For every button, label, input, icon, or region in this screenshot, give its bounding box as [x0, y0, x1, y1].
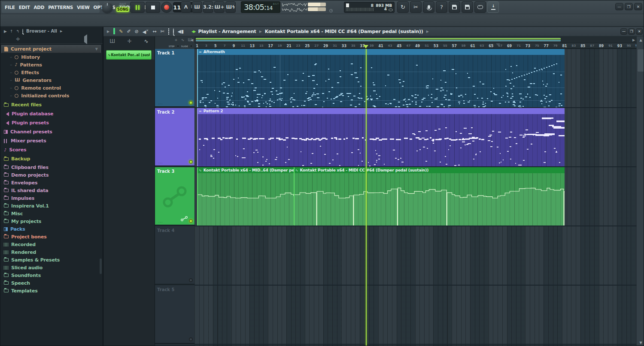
browser-search-icon[interactable] [22, 29, 23, 33]
browser-item-initialized-controls[interactable]: –Initialized controls [10, 92, 69, 99]
playhead-line[interactable] [366, 49, 367, 346]
playlist-titlebar[interactable]: ▶ ✎ ✐ ⊘ ◀× ↔ ✄ ◀▮ ◀▶ Playlist - Arrangem… [103, 27, 644, 36]
browser-back-icon[interactable]: ▶ [4, 29, 7, 33]
picker-tab-automation-icon[interactable]: ∿ [144, 38, 149, 44]
step-toggle[interactable] [176, 45, 179, 48]
menu-item-add[interactable]: ADD [34, 5, 45, 10]
browser-item-recorded[interactable]: Recorded [4, 241, 36, 248]
browser-expand-icon[interactable]: ▶ [60, 30, 62, 33]
playlist-hscrollbar[interactable]: ◀ ▶ [194, 36, 636, 43]
menu-item-patterns[interactable]: PATTERNS [48, 5, 73, 10]
playlist-maximize-button[interactable]: ❐ [628, 28, 635, 35]
browser-item-generators[interactable]: –ШGenerators [10, 76, 52, 84]
mute-tool[interactable]: ◀× [143, 29, 149, 35]
browser-item-plugin-database[interactable]: Plugin database [4, 109, 53, 118]
track-led[interactable] [189, 101, 193, 105]
browser-section-current-project[interactable]: Current project ▼ [1, 45, 101, 53]
pattern-picker-item[interactable]: ∿ Kontakt Por..al (sustain) [106, 50, 152, 60]
time-display[interactable]: 38:05:14 B:S:T [241, 1, 280, 13]
automation-clip-3[interactable]: ∿Kontakt Portable x64 - MIDI CC #64 (Dam… [294, 167, 565, 226]
browser-item-effects[interactable]: –Effects [10, 69, 39, 76]
browser-up-icon[interactable]: ↑ [10, 29, 13, 33]
sync-button[interactable]: ↻ [397, 1, 409, 13]
cut-tool-button[interactable]: ✂ [410, 1, 422, 13]
browser-item-speech[interactable]: Speech [4, 279, 30, 287]
browser-item-backup[interactable]: Backup [4, 154, 30, 163]
track-led[interactable] [189, 337, 193, 341]
browser-item-packs[interactable]: Packs [4, 225, 25, 233]
menu-item-view[interactable]: VIEW [77, 5, 90, 10]
picker-tab-patterns-icon[interactable]: Ш [109, 38, 115, 44]
save-new-version-button[interactable] [462, 1, 473, 13]
perf-mode-icon[interactable]: + [174, 38, 178, 42]
browser-item-inspirera-vol-1[interactable]: Inspirera Vol.1 [4, 202, 49, 210]
browser-item-patterns[interactable]: –♪Patterns [10, 61, 42, 69]
vscroll-thumb[interactable] [638, 49, 644, 72]
browser-item-scores[interactable]: ♪Scores [4, 145, 26, 154]
recording-option-0[interactable]: Λ [181, 1, 191, 13]
browser-item-soundfonts[interactable]: Soundfonts [4, 271, 41, 279]
browser-item-history[interactable]: –History [10, 53, 40, 61]
slide-mode-icon[interactable]: ∿ [181, 38, 185, 42]
track-header-5[interactable]: Track 5 [155, 286, 194, 344]
pat-song-toggle[interactable]: PAT SONG [116, 2, 129, 13]
picker-tab-audio-icon[interactable]: ✛ [128, 38, 132, 44]
recording-option-1[interactable]: Ш [192, 1, 202, 13]
browser-item-demo-projects[interactable]: Demo projects [4, 171, 49, 179]
preview-icon[interactable]: ◀▶ [191, 30, 195, 33]
playback-tool[interactable]: ◀▮ [178, 29, 184, 34]
slide-toggle[interactable] [190, 45, 193, 48]
stop-button[interactable] [146, 2, 160, 13]
timeline-marker[interactable] [496, 43, 500, 48]
browser-item-impulses[interactable]: Impulses [4, 194, 34, 202]
master-volume-knob[interactable] [102, 2, 113, 13]
recording-option-3[interactable]: Ш+ [214, 1, 225, 13]
breadcrumb-root[interactable]: Playlist - Arrangement [198, 29, 256, 34]
hscroll-thumb[interactable] [196, 37, 561, 42]
pattern-picker-splitter[interactable] [152, 50, 154, 60]
cpu-memory-panel[interactable]: 8 893 MB 4 [344, 2, 395, 13]
close-button[interactable]: ✕ [634, 3, 642, 10]
browser-item-plugin-presets[interactable]: Plugin presets [4, 118, 49, 127]
browser-item-envelopes[interactable]: Envelopes [4, 179, 37, 187]
restore-button[interactable]: ❐ [625, 3, 633, 10]
feedback-button[interactable] [474, 1, 486, 13]
song-label[interactable]: SONG [116, 7, 129, 12]
scroll-left-button[interactable]: ◀ [189, 37, 194, 42]
menu-item-edit[interactable]: EDIT [19, 5, 30, 10]
recording-option-4[interactable]: Шϟ [225, 1, 236, 13]
browser-item-samples-presets[interactable]: Samples & Presets [4, 256, 60, 264]
scroll-down-button[interactable]: ▼ [638, 340, 644, 346]
track-header-1[interactable]: Track 1... [155, 49, 194, 107]
browser-item-channel-presets[interactable]: Channel presets [4, 127, 52, 136]
oscilloscope[interactable] [282, 2, 307, 13]
pause-button[interactable] [130, 2, 145, 13]
track-header-3[interactable]: Track 3... [155, 167, 194, 226]
menu-item-file[interactable]: FILE [5, 5, 15, 10]
track-led[interactable] [189, 219, 193, 223]
track-options-dots[interactable]: ... [158, 101, 163, 105]
scroll-up-button[interactable]: ▲ [638, 37, 644, 43]
automation-clip-2[interactable]: ∿Kontakt Portable x64 - MID..64 (Damper … [197, 167, 294, 226]
slip-tool[interactable]: ↔ [152, 29, 156, 34]
track-header-2[interactable]: Track 2... [155, 108, 194, 166]
track-header-4[interactable]: Track 4 [155, 226, 194, 285]
draw-tool[interactable]: ✎ [119, 29, 123, 34]
browser-item-remote-control[interactable]: –Remote control [10, 84, 61, 92]
browser-item-project-bones[interactable]: Project bones [4, 233, 47, 241]
import-export-button[interactable] [487, 1, 499, 13]
save-button[interactable] [449, 1, 460, 13]
browser-item-sliced-audio[interactable]: Sliced audio [4, 264, 43, 271]
browser-undo-icon[interactable]: ↰ [16, 29, 19, 33]
paint-tool[interactable]: ✐ [127, 29, 131, 34]
collapse-icon[interactable]: ▼ [95, 47, 98, 51]
breadcrumb-item[interactable]: Kontakt Portable x64 - MIDI CC #64 (Damp… [265, 29, 423, 34]
track-led[interactable] [189, 278, 193, 282]
record-button[interactable] [161, 2, 172, 13]
select-tool[interactable] [168, 29, 169, 34]
zoom-tool[interactable] [173, 29, 174, 34]
slice-tool[interactable]: ✄ [160, 29, 164, 34]
browser-item-my-projects[interactable]: My projects [4, 217, 41, 225]
playlist-vscrollbar[interactable]: ▲ ▼ [636, 36, 644, 346]
browser-scrollbar[interactable] [100, 259, 102, 274]
